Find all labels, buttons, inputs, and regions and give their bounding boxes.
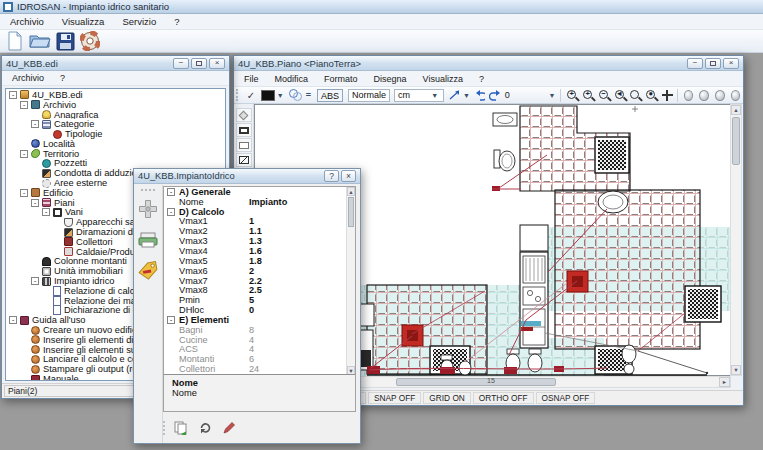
zoom-window-icon[interactable]: +	[582, 89, 594, 102]
property-group-row[interactable]: -E) Elementi	[164, 315, 346, 325]
status-toggle-snap-off[interactable]: SNAP OFF	[368, 392, 421, 404]
horizontal-scroll-thumb[interactable]	[396, 378, 556, 386]
property-row[interactable]: NomeImpianto	[164, 197, 346, 207]
property-row[interactable]: Bagni8	[164, 325, 346, 335]
dialog-close-button[interactable]: ×	[341, 170, 356, 182]
abs-mode-button[interactable]: ABS	[317, 89, 343, 102]
close-button[interactable]: ×	[209, 58, 225, 69]
grid-scrollbar[interactable]: ▲ ▼	[346, 187, 355, 375]
property-row[interactable]: Vmax82.5	[164, 285, 346, 295]
outline-rectangle-tool-button[interactable]	[236, 138, 252, 152]
maximize-button[interactable]	[705, 58, 721, 69]
property-row[interactable]: Vmax31.3	[164, 236, 346, 246]
open-button[interactable]	[28, 31, 52, 52]
scroll-down-arrow[interactable]: ▼	[731, 365, 741, 375]
menu-item-archivio[interactable]: Archivio	[10, 16, 44, 27]
navigate-dpad-button[interactable]	[138, 199, 158, 221]
new-document-button[interactable]	[3, 31, 27, 52]
menu-item-file[interactable]: File	[244, 74, 259, 84]
tree-titlebar[interactable]: 4U_KBB.edi − ×	[2, 56, 229, 71]
status-toggle-osnap-off[interactable]: OSNAP OFF	[536, 392, 596, 404]
property-group-row[interactable]: -D) Calcolo	[164, 207, 346, 217]
property-value[interactable]: 4	[249, 335, 346, 345]
vertical-scroll-thumb[interactable]	[732, 117, 740, 165]
property-value[interactable]: Impianto	[249, 197, 346, 207]
close-button[interactable]: ×	[723, 58, 739, 69]
property-row[interactable]: Vmax41.6	[164, 246, 346, 256]
color-swatch-button[interactable]	[261, 90, 275, 101]
property-value[interactable]: 24	[249, 364, 346, 374]
confirm-check-icon[interactable]: ✓	[247, 90, 255, 101]
property-row[interactable]: Collettori24	[164, 364, 346, 374]
zoom-extents-icon[interactable]: ●	[645, 89, 657, 102]
property-row[interactable]: Vmax11	[164, 217, 346, 227]
property-row[interactable]: ACS4	[164, 345, 346, 355]
tree-item[interactable]: -4U_KBB.edi	[7, 90, 225, 100]
collap​se-box[interactable]: -	[167, 316, 175, 324]
snap-circles-icon[interactable]	[289, 89, 300, 101]
print-button[interactable]	[138, 232, 158, 250]
select-tool-button[interactable]	[236, 108, 252, 122]
angle-tool-icon[interactable]	[448, 89, 459, 101]
property-row[interactable]: Vmax51.8	[164, 256, 346, 266]
menu-item-modifica[interactable]: Modifica	[275, 74, 309, 84]
edit-button[interactable]	[219, 419, 239, 437]
status-toggle-grid-on[interactable]: GRID ON	[423, 392, 471, 404]
property-row[interactable]: Cucine4	[164, 335, 346, 345]
scroll-right-arrow[interactable]: ►	[719, 377, 730, 387]
undo-icon[interactable]	[474, 89, 485, 101]
refresh-button[interactable]	[195, 419, 215, 437]
status-toggle-ortho-off[interactable]: ORTHO OFF	[473, 392, 534, 404]
grid-scroll-thumb[interactable]	[348, 197, 354, 227]
property-value[interactable]: 5	[249, 295, 346, 305]
tree-item[interactable]: -Località	[7, 139, 225, 149]
save-button[interactable]	[53, 31, 77, 52]
property-value[interactable]: 2	[249, 266, 346, 276]
cad-titlebar[interactable]: 4U_KBB.Piano <PianoTerra> − ×	[234, 56, 743, 71]
property-row[interactable]: Vmax21.1	[164, 226, 346, 236]
layer-toggle-icon[interactable]	[731, 90, 741, 101]
tree-item[interactable]: -Anagrafica	[7, 110, 225, 120]
line-style-select[interactable]: Normale	[348, 89, 390, 102]
dialog-help-button[interactable]: ?	[324, 170, 339, 182]
property-row[interactable]: Montanti6	[164, 354, 346, 364]
property-value[interactable]: 0	[249, 305, 346, 315]
menu-item-archivio[interactable]: Archivio	[12, 73, 44, 83]
minimize-button[interactable]: −	[687, 58, 703, 69]
tree-item[interactable]: -Tipologie	[7, 129, 225, 139]
tree-expander[interactable]: -	[20, 101, 28, 109]
property-row[interactable]: DHloc0	[164, 305, 346, 315]
zoom-previous-icon[interactable]: ◄	[614, 89, 626, 102]
property-value[interactable]: 2.2	[249, 276, 346, 286]
apply-button[interactable]	[171, 419, 191, 437]
tree-item[interactable]: -Territorio	[7, 149, 225, 159]
menu-item-visualizza[interactable]: Visualizza	[62, 16, 105, 27]
layer-toggle-icon[interactable]	[715, 90, 725, 101]
property-value[interactable]: 1.1	[249, 226, 346, 236]
property-value[interactable]: 1.8	[249, 256, 346, 266]
dialog-titlebar[interactable]: 4U_KBB.ImpiantoIdrico ? ×	[134, 169, 360, 184]
collap​se-box[interactable]: -	[167, 208, 175, 216]
property-value[interactable]: 1.6	[249, 246, 346, 256]
property-row[interactable]: Pmin5	[164, 295, 346, 305]
rectangle-tool-button[interactable]	[236, 123, 252, 137]
menu-item-visualizza[interactable]: Visualizza	[423, 74, 463, 84]
scroll-up-arrow[interactable]: ▲	[347, 187, 355, 196]
property-value[interactable]: 8	[249, 325, 346, 335]
menu-item-formato[interactable]: Formato	[324, 74, 358, 84]
menu-item--[interactable]: ?	[174, 16, 179, 27]
tree-expander[interactable]: -	[20, 150, 28, 158]
equal-icon[interactable]: =	[306, 90, 311, 100]
property-value[interactable]: 1	[249, 217, 346, 227]
tree-item[interactable]: -Categorie	[7, 119, 225, 129]
maximize-button[interactable]	[191, 58, 207, 69]
redo-icon[interactable]	[489, 89, 500, 101]
zoom-in-icon[interactable]: +	[566, 89, 578, 102]
property-value[interactable]: 4	[249, 345, 346, 355]
tree-expander[interactable]: -	[31, 277, 39, 285]
menu-item-servizio[interactable]: Servizio	[122, 16, 156, 27]
minimize-button[interactable]: −	[173, 58, 189, 69]
pan-icon[interactable]	[661, 89, 672, 102]
tree-item[interactable]: -Pozzetti	[7, 159, 225, 169]
scroll-up-arrow[interactable]: ▲	[731, 105, 741, 115]
